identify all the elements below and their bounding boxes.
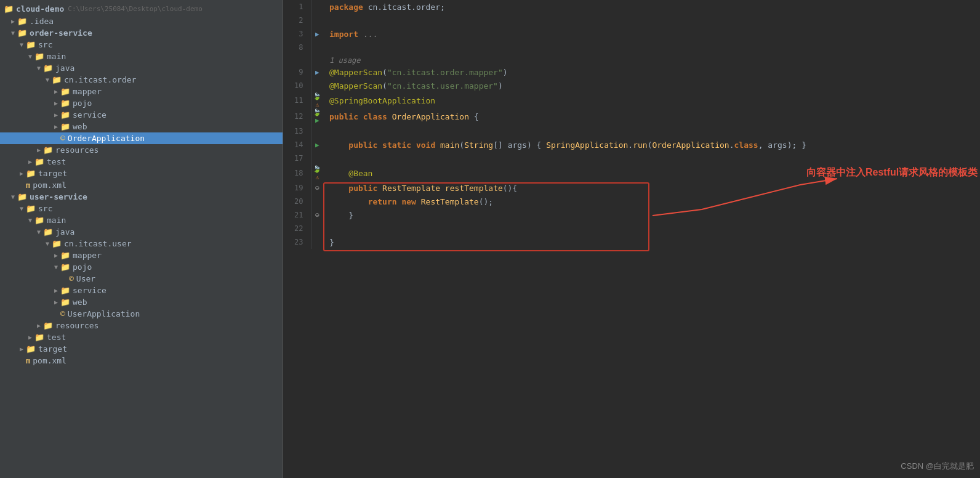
code-line-8: 8 — [283, 41, 980, 54]
tree-item-user-web[interactable]: ▶ 📁 web — [0, 296, 283, 308]
label-user-service-pkg: service — [73, 286, 106, 295]
line-num-14: 14 — [283, 138, 311, 152]
label-user-src: src — [38, 204, 52, 213]
code-line-22: 22 — [283, 222, 980, 235]
arrow-order-web: ▶ — [52, 123, 60, 130]
arrow-order-java: ▼ — [34, 65, 43, 71]
arrow-order-target: ▶ — [17, 170, 26, 177]
tree-item-user-src[interactable]: ▼ 📁 src — [0, 203, 283, 214]
gutter-22 — [311, 222, 323, 235]
fold-icon-19: ⊖ — [315, 184, 319, 192]
gutter-12: 🍃▶ — [311, 108, 323, 124]
label-user-resources: resources — [55, 321, 98, 330]
run-icon-14[interactable]: ▶ — [315, 141, 319, 149]
tree-item-order-main[interactable]: ▼ 📁 main — [0, 51, 283, 62]
tree-item-user-target[interactable]: ▶ 📁 target — [0, 343, 283, 355]
label-order-src: src — [38, 40, 52, 49]
tree-item-user-app[interactable]: © UserApplication — [0, 308, 283, 320]
line-num-23: 23 — [283, 235, 311, 249]
arrow-order-service: ▼ — [9, 30, 17, 36]
tree-item-user-test[interactable]: ▶ 📁 test — [0, 331, 283, 343]
tree-item-user-java[interactable]: ▼ 📁 java — [0, 226, 283, 238]
line-num-1: 1 — [283, 0, 311, 14]
tree-item-order-test[interactable]: ▶ 📁 test — [0, 156, 283, 168]
tree-item-user-main[interactable]: ▼ 📁 main — [0, 214, 283, 226]
arrow-order-service-pkg: ▶ — [52, 111, 60, 118]
folder-icon-user-web: 📁 — [60, 298, 70, 307]
watermark: CSDN @白完就是肥 — [901, 461, 974, 472]
label-user-target: target — [38, 344, 67, 354]
tree-item-user-user[interactable]: © User — [0, 273, 283, 285]
tree-item-order-target[interactable]: ▶ 📁 target — [0, 168, 283, 179]
gutter-1 — [311, 0, 323, 14]
code-content-1: package cn.itcast.order; — [323, 0, 980, 14]
run-icon-12[interactable]: ▶ — [315, 116, 319, 124]
folder-icon-user-service-pkg: 📁 — [60, 286, 70, 295]
tree-root[interactable]: 📁 cloud-demo C:\Users\25084\Desktop\clou… — [0, 2, 283, 15]
code-line-12: 12 🍃▶ public class OrderApplication { — [283, 108, 980, 124]
tree-item-order-pom[interactable]: m pom.xml — [0, 179, 283, 191]
arrow-user-resources: ▶ — [34, 322, 43, 329]
gutter-9: ▶ — [311, 65, 323, 79]
folder-icon-order-web: 📁 — [60, 122, 70, 131]
code-line-14: 14 ▶ public static void main(String[] ar… — [283, 138, 980, 152]
tree-item-order-src[interactable]: ▼ 📁 src — [0, 39, 283, 51]
code-content-23: } — [323, 235, 980, 249]
folder-icon-user-main: 📁 — [34, 216, 44, 225]
label-order-target: target — [38, 169, 67, 178]
arrow-order-src: ▼ — [17, 41, 26, 48]
tree-item-order-service-pkg[interactable]: ▶ 📁 service — [0, 109, 283, 121]
code-line-11: 11 🍃⚠ @SpringBootApplication — [283, 92, 980, 108]
line-num-8: 8 — [283, 41, 311, 54]
tree-item-user-pom[interactable]: m pom.xml — [0, 355, 283, 367]
tree-item-order-app[interactable]: © OrderApplication — [0, 132, 283, 144]
label-user-pkg: cn.itcast.user — [64, 239, 132, 248]
label-order-main: main — [47, 52, 66, 61]
line-num-2: 2 — [283, 14, 311, 27]
arrow-user-mapper: ▶ — [52, 252, 60, 259]
tree-item-order-pkg[interactable]: ▼ 📁 cn.itcast.order — [0, 74, 283, 86]
folder-icon-user-service: 📁 — [17, 192, 27, 201]
arrow-user-pkg: ▼ — [43, 240, 52, 247]
folder-icon-order-test: 📁 — [34, 157, 44, 166]
line-num-19: 19 — [283, 181, 311, 195]
tree-item-idea[interactable]: ▶ 📁 .idea — [0, 15, 283, 27]
tree-item-order-pojo[interactable]: ▶ 📁 pojo — [0, 97, 283, 109]
code-content-usage: 1 usage — [323, 54, 980, 65]
tree-item-order-service[interactable]: ▼ 📁 order-service — [0, 27, 283, 39]
folder-icon-order-mapper: 📁 — [60, 87, 70, 96]
tree-item-user-pkg[interactable]: ▼ 📁 cn.itcast.user — [0, 238, 283, 249]
arrow-user-service-pkg: ▶ — [52, 287, 60, 294]
tree-item-user-service-pkg[interactable]: ▶ 📁 service — [0, 285, 283, 296]
spring-icon-18: 🍃 — [313, 165, 321, 173]
tree-item-order-mapper[interactable]: ▶ 📁 mapper — [0, 86, 283, 97]
root-folder-icon: 📁 — [4, 4, 14, 14]
fold-icon-21: ⊖ — [315, 211, 319, 219]
fold-icon-3: ▶ — [315, 30, 319, 38]
label-user-user: User — [76, 274, 95, 283]
tree-item-order-java[interactable]: ▼ 📁 java — [0, 62, 283, 74]
tree-item-user-mapper[interactable]: ▶ 📁 mapper — [0, 249, 283, 261]
tree-item-order-resources[interactable]: ▶ 📁 resources — [0, 144, 283, 156]
arrow-user-service: ▼ — [9, 193, 17, 200]
arrow-order-test: ▶ — [26, 158, 34, 165]
tree-item-order-web[interactable]: ▶ 📁 web — [0, 121, 283, 132]
code-content-11: @SpringBootApplication — [323, 92, 980, 108]
line-num-11: 11 — [283, 92, 311, 108]
code-editor[interactable]: 1 package cn.itcast.order; 2 3 ▶ import … — [283, 0, 980, 478]
label-order-mapper: mapper — [73, 87, 102, 96]
code-line-1: 1 package cn.itcast.order; — [283, 0, 980, 14]
gutter-2 — [311, 14, 323, 27]
tree-item-user-service[interactable]: ▼ 📁 user-service — [0, 191, 283, 203]
code-line-usage: 1 usage — [283, 54, 980, 65]
label-user-test: test — [47, 333, 66, 342]
gutter-3: ▶ — [311, 27, 323, 41]
file-tree[interactable]: 📁 cloud-demo C:\Users\25084\Desktop\clou… — [0, 0, 283, 478]
arrow-order-mapper: ▶ — [52, 88, 60, 95]
tree-item-user-pojo[interactable]: ▼ 📁 pojo — [0, 261, 283, 273]
code-content-21: } — [323, 208, 980, 222]
tree-item-user-resources[interactable]: ▶ 📁 resources — [0, 320, 283, 331]
line-num-usage — [283, 54, 311, 65]
code-content-22 — [323, 222, 980, 235]
line-num-18: 18 — [283, 165, 311, 181]
